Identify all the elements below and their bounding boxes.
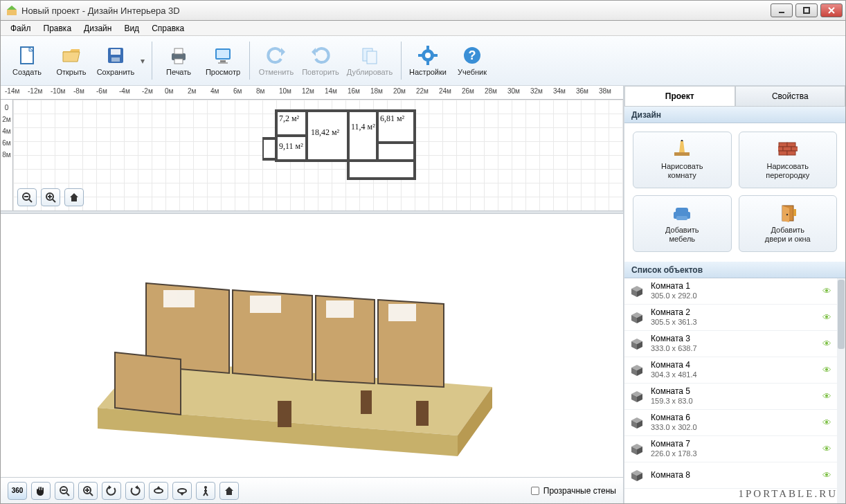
pan-button[interactable]	[31, 482, 51, 500]
maximize-button[interactable]	[795, 3, 818, 17]
svg-marker-17	[312, 48, 316, 56]
undo-icon	[265, 44, 287, 66]
object-name: Комната 8	[651, 471, 816, 480]
svg-rect-23	[426, 61, 429, 65]
minimize-button[interactable]	[771, 3, 793, 17]
rotate-right-button[interactable]	[125, 482, 145, 500]
print-button[interactable]: Печать	[156, 37, 201, 84]
object-name: Комната 4	[651, 361, 816, 370]
svg-rect-77	[779, 143, 787, 147]
cube-icon	[630, 469, 644, 483]
home-view-button[interactable]	[64, 188, 84, 206]
transparent-walls-checkbox[interactable]	[531, 487, 539, 495]
ruler-tick: 4м	[210, 87, 219, 95]
ruler-tick: 38м	[599, 87, 611, 95]
ruler-tick: 26м	[462, 87, 474, 95]
object-row[interactable]: Комната 5159.3 x 83.0👁	[624, 384, 837, 410]
svg-rect-30	[348, 111, 377, 161]
view-3d[interactable]	[1, 214, 623, 477]
visibility-toggle[interactable]: 👁	[822, 365, 831, 375]
svg-rect-74	[674, 152, 690, 156]
cube-icon	[630, 363, 644, 377]
save-dropdown[interactable]: ▾	[138, 37, 147, 84]
visibility-toggle[interactable]: 👁	[822, 339, 831, 349]
object-row[interactable]: Комната 3333.0 x 638.7👁	[624, 331, 837, 357]
svg-marker-69	[156, 486, 161, 489]
object-row[interactable]: Комната 1305.0 x 292.0👁	[624, 278, 837, 305]
open-button[interactable]: Открыть	[49, 37, 93, 84]
room-area-label: 11,4 м²	[351, 122, 375, 132]
redo-icon	[309, 44, 332, 66]
ruler-tick: -14м	[5, 87, 19, 95]
home-3d-button[interactable]	[219, 482, 239, 500]
zoom-out-3d-button[interactable]	[55, 482, 74, 500]
svg-marker-67	[135, 485, 138, 489]
svg-point-68	[154, 489, 163, 493]
preview-button[interactable]: Просмотр	[201, 37, 245, 84]
zoom-in-3d-button[interactable]	[78, 482, 98, 500]
svg-rect-24	[418, 54, 422, 57]
app-icon	[6, 5, 17, 16]
svg-rect-8	[111, 57, 120, 62]
object-name: Комната 3	[651, 334, 816, 344]
zoom-in-button[interactable]	[41, 188, 60, 206]
add-doors-button[interactable]: Добавить двери и окна	[739, 195, 838, 252]
menu-edit[interactable]: Правка	[38, 22, 78, 35]
menu-view[interactable]: Вид	[118, 22, 145, 35]
gear-icon	[417, 44, 439, 66]
tilt-up-button[interactable]	[149, 482, 168, 500]
tab-project[interactable]: Проект	[624, 86, 735, 106]
titlebar: Новый проект - Дизайн Интерьера 3D	[0, 0, 846, 21]
tab-properties[interactable]: Свойства	[735, 86, 846, 106]
svg-rect-11	[174, 59, 183, 64]
save-button[interactable]: Сохранить	[93, 37, 138, 84]
visibility-toggle[interactable]: 👁	[822, 391, 831, 402]
redo-button[interactable]: Повторить	[298, 37, 343, 84]
tilt-down-button[interactable]	[172, 482, 192, 500]
ruler-tick: 28м	[485, 87, 497, 95]
ruler-tick: -4м	[119, 87, 130, 95]
add-furniture-button[interactable]: Добавить мебель	[633, 195, 732, 252]
menu-help[interactable]: Справка	[146, 22, 190, 35]
svg-rect-83	[787, 151, 795, 155]
zoom-out-button[interactable]	[17, 188, 37, 206]
settings-button[interactable]: Настройки	[406, 37, 450, 84]
draw-room-button[interactable]: Нарисовать комнату	[633, 132, 732, 188]
plan-canvas[interactable]: 7,2 м² 18,42 м² 11,4 м² 6,81 м² 9,11 м²	[13, 100, 623, 210]
create-button[interactable]: Создать	[5, 37, 49, 84]
object-row[interactable]: Комната 2305.5 x 361.3👁	[624, 305, 837, 331]
object-dim: 226.0 x 178.3	[651, 449, 816, 458]
tutorial-button[interactable]: ? Учебник	[450, 37, 494, 84]
brick-wall-icon	[777, 140, 798, 159]
svg-text:?: ?	[469, 48, 476, 62]
object-list-scrollbar[interactable]	[837, 278, 845, 503]
ruler-tick: 24м	[439, 87, 451, 95]
visibility-toggle[interactable]: 👁	[822, 417, 831, 428]
ruler-tick: 6м	[2, 139, 10, 147]
svg-rect-19	[367, 51, 377, 64]
undo-button[interactable]: Отменить	[254, 37, 298, 84]
ruler-tick: 14м	[325, 87, 337, 95]
menu-design[interactable]: Дизайн	[78, 22, 117, 35]
close-button[interactable]	[820, 3, 843, 17]
bottombar: 360 Прозрачные стены	[1, 477, 623, 503]
draw-wall-button[interactable]: Нарисовать перегородку	[739, 132, 838, 188]
svg-rect-87	[676, 216, 687, 220]
object-row[interactable]: Комната 6333.0 x 302.0👁	[624, 410, 837, 436]
visibility-toggle[interactable]: 👁	[822, 444, 831, 454]
rotate-left-button[interactable]	[102, 482, 121, 500]
ruler-tick: 2м	[2, 116, 10, 123]
visibility-toggle[interactable]: 👁	[822, 312, 831, 323]
object-row[interactable]: Комната 7226.0 x 178.3👁	[624, 436, 837, 462]
view-360-button[interactable]: 360	[8, 482, 27, 500]
object-row[interactable]: Комната 8👁	[624, 462, 837, 489]
ruler-tick: -10м	[51, 87, 65, 95]
svg-rect-34	[377, 143, 415, 161]
object-dim: 159.3 x 83.0	[651, 397, 816, 406]
visibility-toggle[interactable]: 👁	[822, 286, 831, 296]
object-row[interactable]: Комната 4304.3 x 481.4👁	[624, 357, 837, 384]
menu-file[interactable]: Файл	[5, 22, 37, 35]
visibility-toggle[interactable]: 👁	[822, 470, 831, 480]
walk-button[interactable]	[196, 482, 215, 500]
duplicate-button[interactable]: Дублировать	[343, 37, 397, 84]
